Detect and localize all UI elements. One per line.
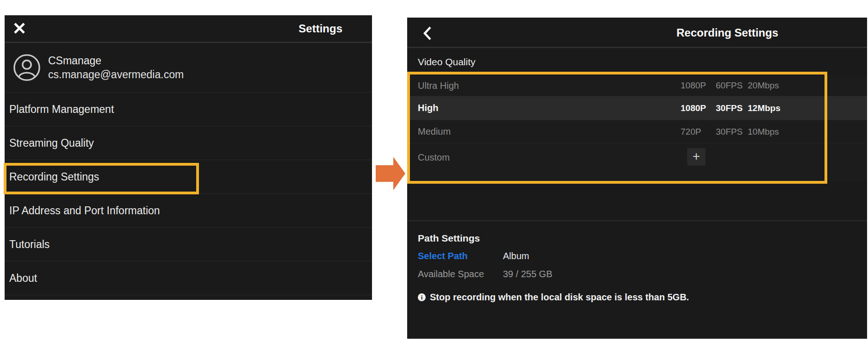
quality-option-medium[interactable]: Medium 720P 30FPS 10Mbps [407, 120, 867, 143]
quality-values: 1080P 30FPS 12Mbps [681, 96, 781, 120]
quality-option-ultra-high[interactable]: Ultra High 1080P 60FPS 20Mbps [407, 75, 867, 96]
avatar-icon [13, 54, 41, 81]
arrow-head [393, 157, 405, 190]
info-icon: i [418, 293, 426, 301]
chevron-left-icon [423, 26, 432, 41]
available-space-row: Available Space 39 / 255 GB [418, 268, 867, 280]
menu-item-ip-address-port[interactable]: IP Address and Port Information [5, 194, 372, 228]
flow-arrow-icon [376, 157, 405, 190]
fps-value: 60FPS [716, 81, 748, 91]
resolution-value: 1080P [681, 103, 716, 113]
account-name: CSmanage [48, 54, 184, 68]
menu-item-recording-settings[interactable]: Recording Settings [5, 160, 372, 194]
account-profile: CSmanage cs.manage@avermedia.com [5, 43, 372, 93]
menu-item-tutorials[interactable]: Tutorials [5, 228, 372, 261]
quality-option-custom[interactable]: Custom + [407, 143, 867, 181]
menu-item-label: Tutorials [9, 238, 50, 251]
path-settings-title: Path Settings [418, 232, 867, 244]
video-quality-options: Ultra High 1080P 60FPS 20Mbps High 1080P… [407, 75, 867, 181]
video-quality-label: Video Quality [418, 56, 476, 68]
menu-item-label: Recording Settings [9, 171, 99, 183]
available-space-label: Available Space [418, 268, 503, 280]
fps-value: 30FPS [716, 127, 748, 137]
bitrate-value: 10Mbps [748, 127, 779, 137]
bitrate-value: 20Mbps [748, 81, 779, 91]
quality-name: High [418, 103, 438, 113]
resolution-value: 720P [681, 127, 716, 137]
add-custom-quality-button[interactable]: + [687, 148, 706, 166]
close-icon [13, 22, 25, 34]
menu-item-streaming-quality[interactable]: Streaming Quality [5, 126, 372, 160]
available-space-value: 39 / 255 GB [503, 268, 552, 280]
path-settings-section: Path Settings Select Path Album Availabl… [407, 221, 867, 303]
menu-item-platform-management[interactable]: Platform Management [5, 93, 372, 126]
account-email: cs.manage@avermedia.com [48, 68, 184, 81]
profile-text: CSmanage cs.manage@avermedia.com [48, 54, 184, 81]
quality-name: Medium [418, 126, 451, 137]
select-path-row: Select Path Album [418, 250, 867, 262]
quality-values: 720P 30FPS 10Mbps [681, 120, 779, 143]
disk-space-note: i Stop recording when the local disk spa… [418, 291, 867, 303]
quality-values: 1080P 60FPS 20Mbps [681, 75, 779, 96]
video-quality-section-label: Video Quality [407, 48, 867, 75]
quality-name: Custom [418, 152, 450, 163]
recording-settings-header: Recording Settings [407, 18, 867, 47]
page-title: Recording Settings [676, 26, 778, 39]
menu-item-label: About [9, 272, 37, 285]
quality-name: Ultra High [418, 81, 459, 91]
fps-value: 30FPS [716, 103, 748, 113]
page-title: Settings [298, 22, 342, 35]
close-button[interactable] [12, 21, 26, 35]
back-button[interactable] [423, 26, 434, 41]
settings-panel: Settings CSmanage cs.manage@avermedia.co… [5, 15, 372, 300]
menu-item-about[interactable]: About [5, 261, 372, 295]
menu-item-label: Platform Management [9, 103, 114, 116]
arrow-body [376, 165, 393, 182]
recording-settings-panel: Recording Settings Video Quality Ultra H… [407, 18, 867, 339]
resolution-value: 1080P [681, 81, 716, 91]
quality-option-high-selected[interactable]: High 1080P 30FPS 12Mbps [407, 96, 867, 120]
bitrate-value: 12Mbps [748, 103, 781, 113]
screenshot-stage: Settings CSmanage cs.manage@avermedia.co… [0, 0, 868, 354]
note-text: Stop recording when the local disk space… [430, 292, 689, 303]
select-path-value: Album [503, 250, 529, 262]
settings-menu: Platform Management Streaming Quality Re… [5, 93, 372, 295]
menu-item-label: IP Address and Port Information [9, 205, 160, 217]
settings-header: Settings [5, 15, 372, 42]
select-path-link[interactable]: Select Path [418, 250, 503, 262]
menu-item-label: Streaming Quality [9, 137, 94, 149]
